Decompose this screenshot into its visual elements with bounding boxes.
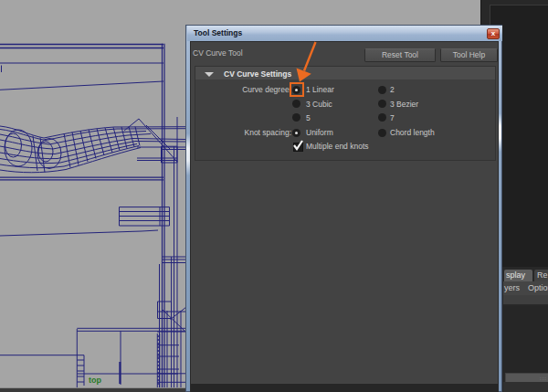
svg-text:top: top	[89, 376, 101, 385]
